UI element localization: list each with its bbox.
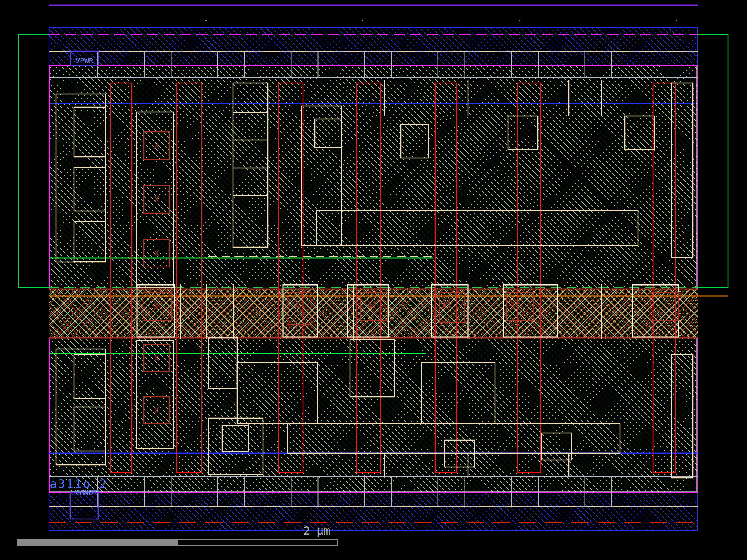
li-tap-box: [74, 167, 105, 211]
rail-contact-ticks-bottom: [71, 477, 685, 506]
li-right-column-upper: [672, 83, 693, 258]
li-strap-lower: [288, 423, 620, 453]
pin-outer-boxes[interactable]: [137, 285, 679, 337]
li-contact-box: [401, 124, 428, 158]
li-right-column-lower: [672, 355, 693, 478]
rail-contact-ticks-top: [71, 52, 685, 77]
li-tap-box: [74, 355, 105, 399]
poly-gate: [357, 83, 381, 473]
scale-bar: [17, 539, 338, 546]
li-tap-box: [74, 221, 105, 261]
pin-label-b1: B1: [510, 301, 519, 310]
li-band-connectors: [180, 284, 601, 339]
li-stair-step: [208, 338, 237, 388]
poly-gate: [517, 83, 540, 473]
li-tap-box: [74, 107, 105, 157]
li-contact-box: [508, 116, 538, 150]
li-contact-box: [315, 119, 342, 147]
pin-label-a3: A3: [295, 301, 304, 310]
li-contact-box: [222, 426, 248, 451]
li-comb-lower: [208, 418, 263, 475]
scale-bar-filled-segment: [17, 539, 177, 546]
x-mark: X: [154, 195, 159, 204]
li-comb: [301, 106, 342, 246]
vpwr-label: VPWR: [75, 56, 94, 65]
li-tap-box: [74, 407, 105, 451]
x-mark: X: [154, 406, 159, 415]
pin-label-x: X: [154, 302, 158, 311]
li-shapes-lower: [56, 338, 693, 478]
poly-gate: [111, 83, 131, 473]
corner-tick-dots: [205, 20, 677, 21]
li-stair-step: [237, 363, 317, 423]
x-mark: X: [154, 141, 159, 150]
layout-geometry-overlay: X X X X X: [0, 0, 747, 560]
pin-ports: X A3 A2 A1 B1: [137, 285, 679, 337]
x-mark: X: [154, 354, 159, 363]
li-ladder: [233, 83, 268, 247]
layout-canvas[interactable]: X X X X X: [0, 0, 747, 560]
nwell-outline: [18, 34, 728, 287]
pin-inner-boxes: [143, 292, 679, 325]
output-contact-column: X X X X X: [144, 132, 169, 424]
poly-gate: [177, 83, 202, 473]
li-tap-comb-upper: [56, 94, 105, 262]
pin-label-a1: A1: [442, 301, 451, 310]
poly-gate: [278, 83, 303, 473]
cell-instance-label: a311o_2: [50, 477, 108, 491]
poly-gate-columns: [111, 83, 675, 473]
pin-label-a2: A2: [367, 301, 376, 310]
x-mark: X: [154, 249, 159, 258]
li-strap-upper: [317, 211, 638, 246]
li-stair-step: [421, 363, 495, 423]
scale-bar-outline-segment: [177, 539, 338, 546]
poly-gate: [435, 83, 456, 473]
scale-bar-label: 2 µm: [303, 524, 330, 537]
li-shapes-upper: [56, 80, 693, 287]
li-contact-box: [625, 116, 655, 150]
li-contact-box: [542, 433, 571, 460]
